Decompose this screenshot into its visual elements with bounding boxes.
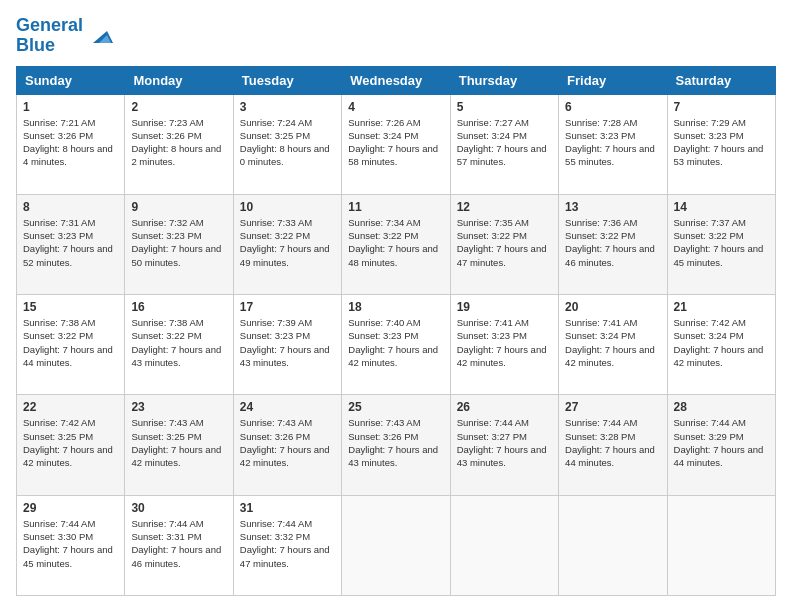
table-row: 22 Sunrise: 7:42 AM Sunset: 3:25 PM Dayl… <box>17 395 125 495</box>
table-row: 27 Sunrise: 7:44 AM Sunset: 3:28 PM Dayl… <box>559 395 667 495</box>
page: General Blue Sunday Monday Tuesday <box>0 0 792 612</box>
col-thursday: Thursday <box>450 66 558 94</box>
empty-cell <box>559 495 667 595</box>
table-row: 7 Sunrise: 7:29 AM Sunset: 3:23 PM Dayli… <box>667 94 775 194</box>
calendar-week-row: 8 Sunrise: 7:31 AM Sunset: 3:23 PM Dayli… <box>17 194 776 294</box>
table-row: 17 Sunrise: 7:39 AM Sunset: 3:23 PM Dayl… <box>233 295 341 395</box>
table-row: 25 Sunrise: 7:43 AM Sunset: 3:26 PM Dayl… <box>342 395 450 495</box>
logo-icon <box>85 21 115 51</box>
table-row: 4 Sunrise: 7:26 AM Sunset: 3:24 PM Dayli… <box>342 94 450 194</box>
calendar-week-row: 1 Sunrise: 7:21 AM Sunset: 3:26 PM Dayli… <box>17 94 776 194</box>
table-row: 9 Sunrise: 7:32 AM Sunset: 3:23 PM Dayli… <box>125 194 233 294</box>
table-row: 8 Sunrise: 7:31 AM Sunset: 3:23 PM Dayli… <box>17 194 125 294</box>
table-row: 14 Sunrise: 7:37 AM Sunset: 3:22 PM Dayl… <box>667 194 775 294</box>
table-row: 3 Sunrise: 7:24 AM Sunset: 3:25 PM Dayli… <box>233 94 341 194</box>
table-row: 21 Sunrise: 7:42 AM Sunset: 3:24 PM Dayl… <box>667 295 775 395</box>
table-row: 24 Sunrise: 7:43 AM Sunset: 3:26 PM Dayl… <box>233 395 341 495</box>
table-row: 19 Sunrise: 7:41 AM Sunset: 3:23 PM Dayl… <box>450 295 558 395</box>
table-row: 1 Sunrise: 7:21 AM Sunset: 3:26 PM Dayli… <box>17 94 125 194</box>
table-row: 15 Sunrise: 7:38 AM Sunset: 3:22 PM Dayl… <box>17 295 125 395</box>
table-row: 10 Sunrise: 7:33 AM Sunset: 3:22 PM Dayl… <box>233 194 341 294</box>
col-tuesday: Tuesday <box>233 66 341 94</box>
header: General Blue <box>16 16 776 56</box>
calendar-week-row: 15 Sunrise: 7:38 AM Sunset: 3:22 PM Dayl… <box>17 295 776 395</box>
table-row: 29 Sunrise: 7:44 AM Sunset: 3:30 PM Dayl… <box>17 495 125 595</box>
table-row: 2 Sunrise: 7:23 AM Sunset: 3:26 PM Dayli… <box>125 94 233 194</box>
calendar-table: Sunday Monday Tuesday Wednesday Thursday… <box>16 66 776 596</box>
calendar-week-row: 22 Sunrise: 7:42 AM Sunset: 3:25 PM Dayl… <box>17 395 776 495</box>
col-monday: Monday <box>125 66 233 94</box>
logo: General Blue <box>16 16 115 56</box>
calendar-header-row: Sunday Monday Tuesday Wednesday Thursday… <box>17 66 776 94</box>
table-row: 6 Sunrise: 7:28 AM Sunset: 3:23 PM Dayli… <box>559 94 667 194</box>
col-friday: Friday <box>559 66 667 94</box>
table-row: 11 Sunrise: 7:34 AM Sunset: 3:22 PM Dayl… <box>342 194 450 294</box>
table-row: 23 Sunrise: 7:43 AM Sunset: 3:25 PM Dayl… <box>125 395 233 495</box>
table-row: 30 Sunrise: 7:44 AM Sunset: 3:31 PM Dayl… <box>125 495 233 595</box>
empty-cell <box>342 495 450 595</box>
table-row: 31 Sunrise: 7:44 AM Sunset: 3:32 PM Dayl… <box>233 495 341 595</box>
empty-cell <box>667 495 775 595</box>
col-sunday: Sunday <box>17 66 125 94</box>
table-row: 18 Sunrise: 7:40 AM Sunset: 3:23 PM Dayl… <box>342 295 450 395</box>
calendar-week-row: 29 Sunrise: 7:44 AM Sunset: 3:30 PM Dayl… <box>17 495 776 595</box>
col-wednesday: Wednesday <box>342 66 450 94</box>
table-row: 28 Sunrise: 7:44 AM Sunset: 3:29 PM Dayl… <box>667 395 775 495</box>
col-saturday: Saturday <box>667 66 775 94</box>
table-row: 26 Sunrise: 7:44 AM Sunset: 3:27 PM Dayl… <box>450 395 558 495</box>
table-row: 13 Sunrise: 7:36 AM Sunset: 3:22 PM Dayl… <box>559 194 667 294</box>
empty-cell <box>450 495 558 595</box>
table-row: 20 Sunrise: 7:41 AM Sunset: 3:24 PM Dayl… <box>559 295 667 395</box>
table-row: 12 Sunrise: 7:35 AM Sunset: 3:22 PM Dayl… <box>450 194 558 294</box>
table-row: 16 Sunrise: 7:38 AM Sunset: 3:22 PM Dayl… <box>125 295 233 395</box>
table-row: 5 Sunrise: 7:27 AM Sunset: 3:24 PM Dayli… <box>450 94 558 194</box>
logo-text: General Blue <box>16 16 83 56</box>
